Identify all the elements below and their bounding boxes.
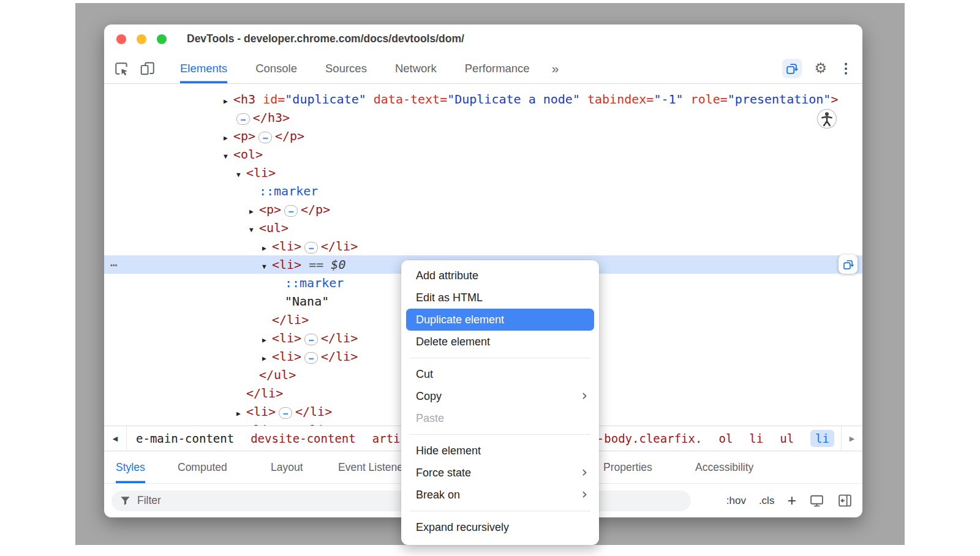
inline-expand-badge[interactable]: … xyxy=(304,352,318,364)
tab-styles[interactable]: Styles xyxy=(116,451,145,483)
more-tabs-icon[interactable]: » xyxy=(552,61,559,76)
code-token: </li> xyxy=(321,331,358,345)
inline-expand-badge[interactable]: … xyxy=(236,113,250,125)
dom-tree-row[interactable]: ▼<ul> xyxy=(104,219,862,237)
code-token: <li> xyxy=(272,257,301,272)
filter-placeholder: Filter xyxy=(137,494,161,507)
expanded-arrow-icon[interactable]: ▼ xyxy=(249,221,259,239)
inline-expand-badge[interactable]: … xyxy=(284,205,298,217)
accessibility-person-icon[interactable] xyxy=(815,107,839,131)
dom-tree-row[interactable]: ▶<h3 id="duplicate" data-text="Duplicate… xyxy=(104,90,862,108)
dom-tree-row[interactable]: ▶<p>…</p> xyxy=(104,200,862,219)
code-token: <li> xyxy=(272,239,301,254)
submenu-chevron-icon: › xyxy=(581,486,587,503)
menu-item-cut[interactable]: Cut xyxy=(406,363,594,385)
code-token: </li> xyxy=(295,404,332,419)
code-token: id= xyxy=(255,92,285,107)
inline-expand-badge[interactable]: … xyxy=(304,334,318,345)
expanded-arrow-icon[interactable]: ▼ xyxy=(236,166,246,184)
menu-item-label: Duplicate element xyxy=(416,314,504,326)
dom-tree-row[interactable]: ▼<ol> xyxy=(104,145,862,163)
breadcrumb-scroll-left-icon[interactable]: ◀ xyxy=(104,426,127,451)
selected-row-gutter-dots-icon[interactable]: ⋯ xyxy=(110,255,117,274)
code-token: <ol> xyxy=(233,147,263,162)
dom-tree-row[interactable]: ▼<li> xyxy=(104,163,862,182)
submenu-chevron-icon: › xyxy=(581,387,587,404)
duplicate-element-row-badge-icon[interactable] xyxy=(839,255,858,274)
new-style-rule-button[interactable]: + xyxy=(787,493,796,508)
menu-item-delete-element[interactable]: Delete element xyxy=(406,331,594,353)
tab-accessibility[interactable]: Accessibility xyxy=(695,451,753,483)
dom-tree-row[interactable]: ▶<p>…</p> xyxy=(104,127,862,145)
menu-item-label: Hide element xyxy=(416,445,481,457)
code-token: </h3> xyxy=(253,110,290,125)
dom-tree-row[interactable]: ▶<li>…</li> xyxy=(104,237,862,255)
dom-tree-row[interactable]: …</h3> xyxy=(104,108,862,127)
menu-item-break-on[interactable]: Break on› xyxy=(406,484,594,506)
tab-sources[interactable]: Sources xyxy=(325,53,367,83)
tab-computed[interactable]: Computed xyxy=(178,451,227,483)
breadcrumb-item-e-main-content[interactable]: e-main-content xyxy=(136,432,234,445)
settings-gear-icon[interactable]: ⚙ xyxy=(814,61,827,75)
breadcrumb-item-ul[interactable]: ul xyxy=(780,432,794,445)
close-window-button[interactable] xyxy=(116,34,126,44)
tab-layout[interactable]: Layout xyxy=(271,451,303,483)
tab-network[interactable]: Network xyxy=(395,53,437,83)
code-token: $0 xyxy=(331,257,345,272)
expanded-arrow-icon[interactable]: ▼ xyxy=(262,258,272,276)
tab-performance[interactable]: Performance xyxy=(465,53,530,83)
inline-expand-badge[interactable]: … xyxy=(279,407,292,419)
menu-item-copy[interactable]: Copy› xyxy=(406,385,594,407)
code-token: </li> xyxy=(272,312,309,327)
inspect-element-icon[interactable] xyxy=(113,60,129,77)
breadcrumbs-left: e-main-contentdevsite-contentarticle xyxy=(136,432,421,445)
element-classes-button[interactable]: .cls xyxy=(759,495,775,507)
code-token: "-1" xyxy=(654,92,683,107)
menu-item-label: Paste xyxy=(416,412,444,425)
breadcrumb-scroll-right-icon[interactable]: ▶ xyxy=(841,426,862,451)
menu-item-duplicate-element[interactable]: Duplicate element xyxy=(406,309,594,331)
menu-item-add-attribute[interactable]: Add attribute xyxy=(406,265,594,287)
minimize-window-button[interactable] xyxy=(137,34,146,44)
dock-side-toggle-icon[interactable] xyxy=(837,493,853,508)
kebab-menu-icon[interactable]: ⋮ xyxy=(839,62,853,75)
code-token: "duplicate" xyxy=(285,92,366,107)
inline-expand-badge[interactable]: … xyxy=(304,242,318,254)
menu-item-label: Force state xyxy=(416,467,471,479)
window-titlebar: DevTools - developer.chrome.com/docs/dev… xyxy=(104,24,862,53)
breadcrumb-item-ol[interactable]: ol xyxy=(718,432,733,445)
breadcrumb-item-li[interactable]: li xyxy=(810,430,834,447)
menu-item-label: Break on xyxy=(416,489,460,502)
code-token: </li> xyxy=(321,349,358,364)
tab-console[interactable]: Console xyxy=(255,53,297,83)
device-toolbar-icon[interactable] xyxy=(139,60,156,77)
menu-separator xyxy=(410,358,590,358)
computed-styles-panel-icon[interactable] xyxy=(809,493,824,508)
zoom-window-button[interactable] xyxy=(157,34,167,44)
menu-item-expand-recursively[interactable]: Expand recursively xyxy=(406,516,594,538)
menu-item-force-state[interactable]: Force state› xyxy=(406,462,594,484)
menu-item-paste[interactable]: Paste xyxy=(406,407,594,429)
panel-tab-strip: ElementsConsoleSourcesNetworkPerformance xyxy=(180,53,530,83)
expanded-arrow-icon[interactable]: ▼ xyxy=(224,148,233,166)
inline-expand-badge[interactable]: … xyxy=(258,132,272,143)
breadcrumb-item-devsite-content[interactable]: devsite-content xyxy=(251,432,356,445)
code-token: <h3 xyxy=(233,92,255,107)
code-token: "Duplicate a node" xyxy=(447,92,580,107)
dom-tree-row[interactable]: ::marker xyxy=(104,182,862,200)
code-token: "Nana" xyxy=(285,294,329,309)
menu-item-hide-element[interactable]: Hide element xyxy=(406,440,594,462)
menu-separator xyxy=(410,434,590,435)
code-token: "presentation" xyxy=(728,92,831,107)
tab-properties[interactable]: Properties xyxy=(603,451,652,483)
code-token: ::marker xyxy=(259,184,318,198)
toggle-element-state-button[interactable]: :hov xyxy=(726,495,746,507)
menu-item-label: Copy xyxy=(416,390,442,403)
code-token: </li> xyxy=(321,239,358,254)
menu-item-edit-as-html[interactable]: Edit as HTML xyxy=(406,287,594,309)
menu-item-collapse-children[interactable]: Collapse children xyxy=(406,538,594,545)
duplicate-element-toolbar-icon[interactable] xyxy=(782,59,802,78)
breadcrumb-item-li[interactable]: li xyxy=(749,432,763,445)
toolbar-right-icons: ⚙ ⋮ xyxy=(782,53,853,83)
tab-elements[interactable]: Elements xyxy=(180,53,227,83)
